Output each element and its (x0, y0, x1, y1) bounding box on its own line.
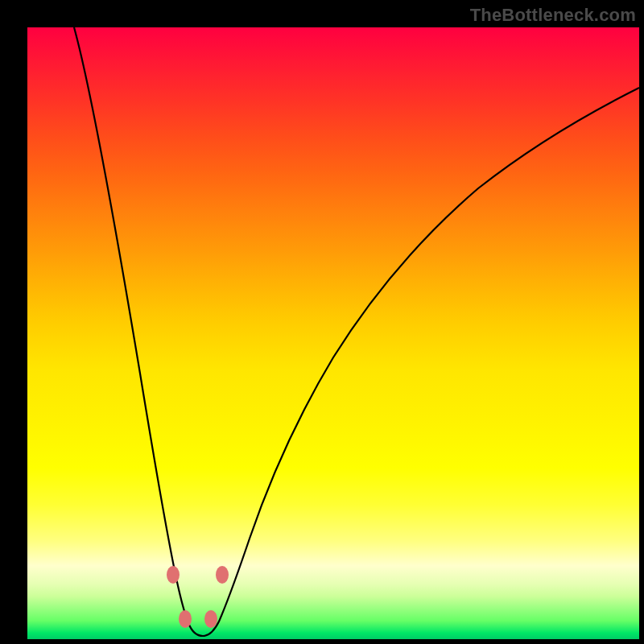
marker-right-lower-icon (204, 610, 217, 628)
curve-layer (27, 27, 639, 639)
marker-left-upper-icon (167, 566, 180, 584)
bottleneck-curve (74, 27, 639, 636)
watermark-text: TheBottleneck.com (470, 5, 636, 26)
chart-frame: TheBottleneck.com (0, 0, 644, 644)
marker-right-upper-icon (216, 566, 229, 584)
plot-area (27, 27, 639, 639)
marker-left-lower-icon (179, 610, 192, 628)
